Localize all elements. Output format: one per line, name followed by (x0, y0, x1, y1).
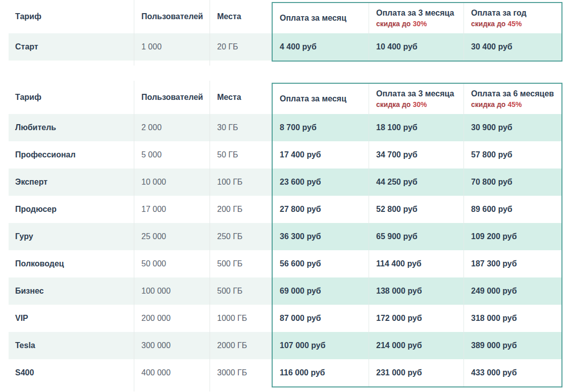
table-row: 87 000 руб172 000 руб318 000 руб (273, 305, 561, 332)
storage-cell: 250 ГБ (210, 223, 272, 250)
users-count-cell: 400 000 (134, 359, 210, 386)
table-row: 4 400 руб10 400 руб30 400 руб (273, 33, 561, 61)
discount-label: скидка до (471, 20, 505, 28)
discount-percent: 45% (507, 100, 522, 108)
users-count-cell: 2 000 (134, 114, 210, 141)
price-month-cell: 56 600 руб (273, 250, 369, 277)
table-row: 17 400 руб34 700 руб57 800 руб (273, 141, 561, 169)
discount-note: скидка до45% (471, 100, 522, 109)
payment-table-body: 4 400 руб10 400 руб30 400 руб (273, 33, 561, 61)
column-header-pay-month: Оплата за месяц (273, 3, 369, 33)
discount-label: скидка до (471, 100, 505, 108)
table-row: Продюсер17 000200 ГБ (9, 196, 272, 223)
column-header-pay-year: Оплата за год скидка до45% (464, 3, 561, 33)
price-3months-cell: 231 000 руб (369, 359, 464, 386)
users-count-cell: 10 000 (134, 169, 210, 196)
price-month-cell: 8 700 руб (273, 114, 369, 141)
separator-cell (210, 386, 272, 391)
plan-info-section: Тариф Пользователей Места Старт1 00020 Г… (9, 0, 272, 66)
header-title: Оплата за месяц (280, 94, 346, 104)
discount-note: скидка до30% (376, 19, 427, 28)
column-header-plan: Тариф (9, 0, 134, 33)
table-row: Профессионал5 00050 ГБ (9, 141, 272, 169)
column-header-storage: Места (210, 81, 272, 114)
storage-cell: 200 ГБ (210, 196, 272, 223)
table-row: 69 000 руб138 000 руб249 000 руб (273, 277, 561, 305)
header-title: Оплата за 3 месяца (376, 8, 454, 18)
plan-name-cell: Профессионал (9, 141, 134, 169)
price-month-cell: 69 000 руб (273, 277, 369, 305)
table-row: 56 600 руб114 400 руб187 300 руб (273, 250, 561, 277)
price-3months-cell: 138 000 руб (369, 277, 464, 305)
price-long-cell: 89 600 руб (464, 196, 561, 223)
discount-percent: 30% (413, 100, 427, 108)
payment-header-row: Оплата за месяц Оплата за 3 месяца скидк… (273, 3, 561, 33)
table-row: 8 700 руб18 100 руб30 900 руб (273, 114, 561, 141)
price-long-cell: 30 400 руб (464, 33, 561, 61)
price-month-cell: 17 400 руб (273, 141, 369, 169)
plan-name-cell: S400 (9, 359, 134, 386)
users-count-cell: 25 000 (134, 223, 210, 250)
column-header-pay-3months: Оплата за 3 месяца скидка до30% (369, 84, 464, 114)
separator-cell (134, 386, 210, 391)
price-month-cell: 4 400 руб (273, 33, 369, 61)
users-count-cell: 5 000 (134, 141, 210, 169)
discount-note: скидка до45% (471, 19, 522, 28)
price-month-cell: 36 300 руб (273, 223, 369, 250)
pricing-table-start: Тариф Пользователей Места Старт1 00020 Г… (9, 0, 566, 66)
price-long-cell: 389 000 руб (464, 332, 561, 359)
separator-cell (9, 386, 134, 391)
storage-cell: 30 ГБ (210, 114, 272, 141)
users-count-cell: 300 000 (134, 332, 210, 359)
storage-cell: 1000 ГБ (210, 305, 272, 332)
plan-info-section: Тариф Пользователей Места Любитель2 0003… (9, 81, 272, 391)
table-row: 36 300 руб65 900 руб109 200 руб (273, 223, 561, 250)
table-row: 107 000 руб214 000 руб389 000 руб (273, 332, 561, 359)
header-title: Оплата за месяц (280, 13, 346, 23)
price-long-cell: 249 000 руб (464, 277, 561, 305)
left-table-body: Любитель2 00030 ГБПрофессионал5 00050 ГБ… (9, 114, 272, 386)
storage-cell: 500 ГБ (210, 277, 272, 305)
storage-cell: 500 ГБ (210, 250, 272, 277)
column-header-pay-3months: Оплата за 3 месяца скидка до30% (369, 3, 464, 33)
price-month-cell: 116 000 руб (273, 359, 369, 386)
column-header-plan: Тариф (9, 81, 134, 114)
storage-cell: 50 ГБ (210, 141, 272, 169)
plan-name-cell: Бизнес (9, 277, 134, 305)
price-long-cell: 433 000 руб (464, 359, 561, 386)
separator-cell (134, 61, 210, 66)
payment-header-row: Оплата за месяц Оплата за 3 месяца скидк… (273, 84, 561, 114)
plan-name-cell: Полководец (9, 250, 134, 277)
price-month-cell: 23 600 руб (273, 169, 369, 196)
table-row: Старт1 00020 ГБ (9, 33, 272, 61)
plan-name-cell: VIP (9, 305, 134, 332)
payment-table-body: 8 700 руб18 100 руб30 900 руб17 400 руб3… (273, 114, 561, 386)
separator-cell (210, 61, 272, 66)
pricing-table-main: Тариф Пользователей Места Любитель2 0003… (9, 81, 566, 391)
table-row: Любитель2 00030 ГБ (9, 114, 272, 141)
table-row: 23 600 руб44 250 руб70 800 руб (273, 169, 561, 196)
column-separator-extension (9, 61, 272, 66)
plan-name-cell: Tesla (9, 332, 134, 359)
table-row: Tesla300 0002000 ГБ (9, 332, 272, 359)
storage-cell: 100 ГБ (210, 169, 272, 196)
price-long-cell: 30 900 руб (464, 114, 561, 141)
column-separator-extension (9, 386, 272, 391)
plan-name-cell: Гуру (9, 223, 134, 250)
users-count-cell: 50 000 (134, 250, 210, 277)
header-title: Оплата за год (471, 8, 527, 18)
table-row: 116 000 руб231 000 руб433 000 руб (273, 359, 561, 386)
left-header-row: Тариф Пользователей Места (9, 0, 272, 33)
left-table-body: Старт1 00020 ГБ (9, 33, 272, 61)
plan-name-cell: Продюсер (9, 196, 134, 223)
users-count-cell: 17 000 (134, 196, 210, 223)
users-count-cell: 200 000 (134, 305, 210, 332)
table-row: VIP200 0001000 ГБ (9, 305, 272, 332)
column-header-pay-month: Оплата за месяц (273, 84, 369, 114)
table-row: Гуру25 000250 ГБ (9, 223, 272, 250)
discount-note: скидка до30% (376, 100, 427, 109)
price-3months-cell: 114 400 руб (369, 250, 464, 277)
price-3months-cell: 214 000 руб (369, 332, 464, 359)
table-row: Эксперт10 000100 ГБ (9, 169, 272, 196)
storage-cell: 3000 ГБ (210, 359, 272, 386)
